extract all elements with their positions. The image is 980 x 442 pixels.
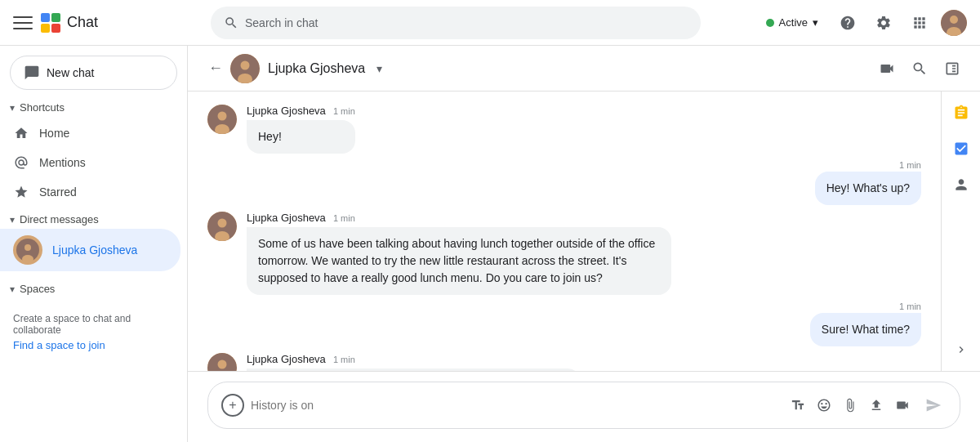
notes-icon-button[interactable]	[947, 98, 976, 127]
notes-icon	[953, 105, 969, 121]
video-call-button[interactable]	[872, 54, 902, 83]
attach-icon	[843, 398, 858, 413]
chat-area-wrapper: Ljupka Gjosheva 1 min Hey! 1 min Hey! Wh…	[188, 92, 980, 371]
sent-time-1: 1 min	[899, 160, 921, 170]
sidebar-item-mentions-label: Mentions	[39, 156, 86, 169]
main-layout: New chat ▾ Shortcuts Home Mentions Starr…	[0, 46, 980, 442]
side-panel-button[interactable]	[938, 54, 967, 83]
gear-icon	[875, 15, 892, 31]
message-row-2: Ljupka Gjosheva 1 min Some of us have be…	[207, 212, 921, 295]
person-icon	[953, 176, 969, 193]
chat-area: Ljupka Gjosheva 1 min Hey! 1 min Hey! Wh…	[188, 92, 941, 371]
status-dot	[766, 19, 774, 27]
dm-chevron-icon: ▾	[10, 214, 15, 225]
chat-header-actions	[872, 54, 967, 83]
spaces-section-header[interactable]: ▾ Spaces	[0, 278, 187, 300]
shortcuts-section-header[interactable]: ▾ Shortcuts	[0, 96, 187, 118]
right-sidebar	[941, 92, 980, 371]
new-chat-button[interactable]: New chat	[10, 56, 177, 90]
video-message-button[interactable]	[891, 394, 914, 417]
topbar-left: Chat	[13, 11, 201, 34]
sidebar-item-starred[interactable]: Starred	[0, 177, 180, 207]
expand-right-sidebar-button[interactable]	[947, 335, 976, 364]
find-space-link[interactable]: Find a space to join	[13, 339, 174, 351]
message-sender-2: Ljupka Gjosheva	[247, 212, 326, 224]
new-chat-icon	[24, 65, 40, 81]
emoji-button[interactable]	[813, 394, 835, 417]
direct-messages-header[interactable]: ▾ Direct messages	[0, 207, 187, 229]
svg-rect-2	[41, 24, 50, 33]
chevron-right-icon	[955, 343, 968, 356]
svg-rect-3	[51, 24, 60, 33]
input-area: +	[188, 371, 980, 442]
message-group-2: Ljupka Gjosheva 1 min Some of us have be…	[207, 212, 921, 295]
status-label: Active	[779, 16, 808, 29]
user-avatar[interactable]	[941, 10, 967, 36]
svg-point-20	[218, 360, 227, 369]
spaces-footer: Create a space to chat and collaborate F…	[0, 300, 187, 364]
app-title: Chat	[67, 14, 98, 31]
back-button[interactable]: ←	[201, 54, 230, 83]
sidebar-item-starred-label: Starred	[39, 185, 77, 199]
message-row-1: Ljupka Gjosheva 1 min Hey!	[207, 105, 921, 154]
video-icon	[879, 60, 895, 77]
send-button[interactable]	[920, 392, 947, 418]
svg-point-11	[241, 60, 250, 69]
chat-header: ← Ljupka Gjosheva ▾	[188, 46, 980, 92]
svg-point-14	[218, 112, 227, 121]
apps-icon	[911, 15, 928, 31]
message-content-2: Ljupka Gjosheva 1 min Some of us have be…	[247, 212, 671, 295]
spaces-chevron-icon: ▾	[10, 284, 15, 295]
format-text-button[interactable]	[786, 394, 809, 417]
settings-button[interactable]	[869, 8, 898, 38]
apps-button[interactable]	[905, 8, 934, 38]
topbar-right: Active ▾	[758, 8, 967, 38]
message-input[interactable]	[251, 399, 780, 412]
contact-info[interactable]: Ljupka Gjosheva ▾	[230, 54, 382, 83]
direct-messages-label: Direct messages	[20, 213, 99, 225]
contacts-icon-button[interactable]	[947, 170, 976, 199]
add-button[interactable]: +	[221, 394, 244, 417]
chat-panel: ← Ljupka Gjosheva ▾	[188, 46, 980, 442]
tasks-icon	[953, 141, 969, 157]
sent-row-2: 1 min Sure! What time?	[207, 301, 921, 346]
message-sender-3: Ljupka Gjosheva	[247, 353, 326, 365]
sidebar-item-mentions[interactable]: Mentions	[0, 148, 180, 177]
new-chat-label: New chat	[47, 66, 94, 79]
message-time-2: 1 min	[333, 213, 355, 223]
sidebar-item-ljupka[interactable]: Ljupka Gjosheva	[0, 229, 180, 271]
sent-bubble-1: Hey! What's up?	[815, 172, 921, 205]
message-avatar-2	[207, 212, 237, 241]
message-meta-2: Ljupka Gjosheva 1 min	[247, 212, 671, 224]
sidebar: New chat ▾ Shortcuts Home Mentions Starr…	[0, 46, 188, 442]
sidebar-active-contact-label: Ljupka Gjosheva	[52, 243, 137, 257]
send-icon	[925, 397, 942, 413]
avatar-image	[941, 10, 967, 36]
message-group-3: Ljupka Gjosheva 1 min Great! We were thi…	[207, 353, 921, 371]
message-bubble-1: Hey!	[247, 120, 355, 154]
message-meta-1: Ljupka Gjosheva 1 min	[247, 105, 355, 117]
star-icon	[13, 184, 29, 200]
search-in-chat-button[interactable]	[905, 54, 934, 83]
help-button[interactable]	[833, 8, 862, 38]
message-time-1: 1 min	[333, 106, 355, 116]
contact-header-avatar	[230, 54, 260, 83]
attach-button[interactable]	[839, 394, 862, 417]
status-button[interactable]: Active ▾	[758, 11, 826, 33]
app-logo: Chat	[39, 11, 98, 34]
input-actions	[786, 394, 914, 417]
contact-chevron-icon: ▾	[376, 62, 382, 75]
upload-button[interactable]	[865, 394, 888, 417]
search-bar[interactable]: Search in chat	[211, 7, 701, 39]
sent-bubble-2: Sure! What time?	[810, 313, 921, 346]
contact-name: Ljupka Gjosheva	[268, 61, 365, 76]
video-message-icon	[895, 398, 910, 413]
svg-point-8	[24, 244, 31, 251]
menu-icon[interactable]	[13, 13, 33, 33]
sidebar-item-home[interactable]: Home	[0, 118, 180, 148]
shortcuts-chevron-icon: ▾	[10, 102, 15, 114]
tasks-icon-button[interactable]	[947, 134, 976, 163]
help-icon	[840, 15, 856, 31]
search-placeholder: Search in chat	[245, 16, 318, 29]
input-container: +	[207, 382, 960, 429]
